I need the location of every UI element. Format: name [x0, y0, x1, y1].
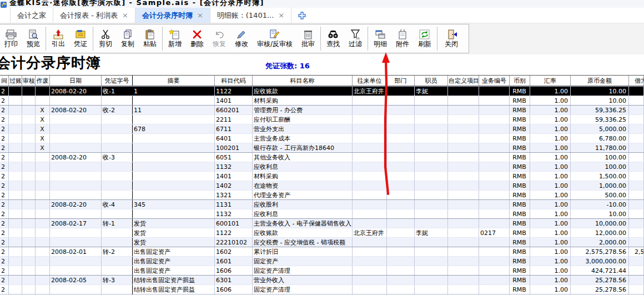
cell-amount[interactable]: 12,000.00 [571, 228, 629, 237]
cell-unit[interactable] [353, 162, 387, 171]
table-row[interactable]: 2结转出售固定资产损益1606固定资产清理RMB1.0025,278.56 [0, 284, 644, 294]
find-button[interactable]: 查找 [322, 24, 344, 53]
cell-currency[interactable]: RMB [510, 285, 530, 294]
cell-amount[interactable]: 2,000.00 [571, 238, 629, 247]
cell-amount[interactable]: 500.00 [571, 191, 629, 199]
column-header-audited[interactable]: 审核 [22, 76, 36, 86]
cell-custom[interactable] [448, 172, 479, 181]
cell-unit[interactable]: 北京王府井 [353, 87, 387, 96]
cell-code[interactable]: 1132 [215, 209, 253, 218]
cell-custom[interactable] [448, 276, 479, 284]
table-row[interactable]: 21402在途物资RMB1.001,000.00 [0, 181, 644, 190]
cell-custom[interactable] [448, 124, 479, 133]
cell-staff[interactable] [415, 143, 448, 152]
filter-button[interactable]: 过滤 [344, 24, 366, 53]
cell-dept[interactable] [387, 172, 415, 181]
cell-code[interactable]: 100201 [215, 143, 253, 152]
cell-audited[interactable] [22, 124, 36, 133]
cell-posted[interactable] [9, 247, 22, 256]
cell-extra[interactable] [629, 124, 644, 133]
cell-voided[interactable] [36, 228, 50, 237]
cell-amount[interactable]: 10.00 [571, 87, 629, 96]
cell-bizno[interactable] [479, 124, 510, 133]
add-tab-button[interactable] [291, 8, 313, 23]
cell-currency[interactable]: RMB [510, 200, 530, 209]
cell-date[interactable] [50, 162, 102, 171]
cell-currency[interactable]: RMB [510, 228, 530, 237]
tab-close-icon[interactable]: × [278, 11, 284, 19]
cell-voided[interactable] [36, 219, 50, 228]
cell-amount[interactable]: 3,000,000.00 [571, 257, 629, 266]
cell-unit[interactable] [353, 115, 387, 124]
cell-extra[interactable] [629, 285, 644, 294]
cell-voucher[interactable]: 转-1 [102, 219, 133, 228]
cell-currency[interactable]: RMB [510, 87, 530, 96]
cell-voided[interactable] [36, 200, 50, 209]
table-row[interactable]: 22008-02-01转-2出售固定资产1602累计折旧RMB1.002,575… [0, 247, 644, 256]
cell-extra[interactable] [629, 153, 644, 162]
cell-voucher[interactable]: 收-1 [102, 87, 133, 96]
cell-amount[interactable]: 25,278.56 [571, 276, 629, 284]
cell-voided[interactable]: X [36, 115, 50, 124]
cell-date[interactable] [50, 285, 102, 294]
cell-audited[interactable] [22, 200, 36, 209]
cell-voucher[interactable] [102, 228, 133, 237]
cell-rate[interactable]: 1.00 [530, 87, 571, 96]
cell-summary[interactable]: 结转出售固定资产损益 [133, 285, 215, 294]
cell-voucher[interactable] [102, 266, 133, 275]
cell-extra[interactable] [629, 257, 644, 266]
audit-button[interactable]: 审核/反审核 [253, 24, 297, 53]
cell-currency[interactable]: RMB [510, 96, 530, 105]
cell-unit[interactable] [353, 106, 387, 114]
cell-audited[interactable] [22, 162, 36, 171]
cell-audited[interactable] [22, 96, 36, 105]
cell-period[interactable]: 2 [0, 285, 9, 294]
tab-close-icon[interactable]: × [122, 11, 128, 19]
cell-custom[interactable] [448, 181, 479, 190]
cell-extra[interactable] [629, 143, 644, 152]
cell-date[interactable]: 2008-02-17 [50, 219, 102, 228]
table-row[interactable]: 2发货22210102应交税费 - 应交增值税 - 销项税额RMB1.002,0… [0, 237, 644, 247]
cell-posted[interactable] [9, 124, 22, 133]
column-header-custom[interactable]: 自定义项目 [448, 76, 479, 86]
cell-date[interactable] [50, 134, 102, 143]
cell-posted[interactable] [9, 172, 22, 181]
cell-bizno[interactable] [479, 162, 510, 171]
cell-custom[interactable] [448, 143, 479, 152]
cell-rate[interactable]: 1.00 [530, 96, 571, 105]
cell-posted[interactable] [9, 266, 22, 275]
cell-custom[interactable] [448, 134, 479, 143]
cell-voided[interactable]: X [36, 134, 50, 143]
cell-date[interactable] [50, 172, 102, 181]
cell-rate[interactable]: 1.00 [530, 143, 571, 152]
table-row[interactable]: 22008-02-05转-3结转出售固定资产损益6301营业外收入RMB1.00… [0, 275, 644, 284]
cell-code[interactable]: 600101 [215, 219, 253, 228]
cell-bizno[interactable] [479, 172, 510, 181]
tab-2[interactable]: 会计分录序时簿× [135, 8, 210, 23]
cell-staff[interactable] [415, 285, 448, 294]
cell-date[interactable]: 2008-02-20 [50, 200, 102, 209]
cell-staff[interactable] [415, 181, 448, 190]
cell-dept[interactable] [387, 285, 415, 294]
cell-rate[interactable]: 1.00 [530, 247, 571, 256]
cell-extra[interactable] [629, 209, 644, 218]
cell-bizno[interactable] [479, 266, 510, 275]
cell-dept[interactable] [387, 200, 415, 209]
cell-extra[interactable] [629, 200, 644, 209]
cell-custom[interactable] [448, 106, 479, 114]
cell-rate[interactable]: 1.00 [530, 134, 571, 143]
column-header-summary[interactable]: 摘要 [133, 76, 215, 86]
cell-code[interactable]: 1606 [215, 285, 253, 294]
cell-currency[interactable]: RMB [510, 276, 530, 284]
cell-code[interactable]: 6051 [215, 153, 253, 162]
cell-staff[interactable] [415, 276, 448, 284]
cell-extra[interactable] [629, 276, 644, 284]
cell-dept[interactable] [387, 276, 415, 284]
cell-amount[interactable]: 10.00 [571, 96, 629, 105]
column-header-voucher[interactable]: 凭证字号 [102, 76, 133, 86]
cell-dept[interactable] [387, 228, 415, 237]
column-header-name[interactable]: 科目名称 [253, 76, 353, 86]
cell-code[interactable]: 1402 [215, 181, 253, 190]
cell-amount[interactable]: 59,336.25 [571, 115, 629, 124]
export-button[interactable]: 引出 [47, 24, 69, 53]
